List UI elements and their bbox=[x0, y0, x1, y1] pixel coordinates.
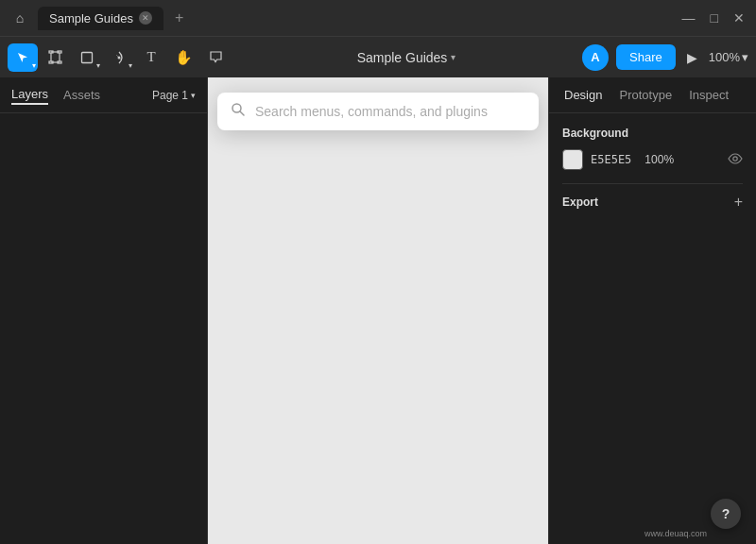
search-input[interactable] bbox=[255, 104, 525, 119]
eye-icon[interactable] bbox=[728, 152, 743, 167]
canvas-background bbox=[208, 77, 548, 544]
watermark: www.deuaq.com bbox=[644, 529, 707, 538]
file-name-chevron: ▾ bbox=[451, 52, 455, 62]
toolbar-right: A Share ▶ 100% ▾ bbox=[582, 44, 748, 71]
file-name-button[interactable]: Sample Guides ▾ bbox=[357, 50, 456, 65]
title-bar: ⌂ Sample Guides ✕ + — □ ✕ bbox=[0, 0, 756, 36]
svg-line-11 bbox=[240, 111, 244, 115]
design-panel-content: Background E5E5E5 100% Export + bbox=[549, 113, 756, 544]
active-tab[interactable]: Sample Guides ✕ bbox=[38, 7, 163, 30]
left-panel-tabs: Layers Assets Page 1 ▾ bbox=[0, 77, 207, 113]
comment-tool-button[interactable] bbox=[200, 43, 231, 72]
svg-rect-8 bbox=[82, 52, 93, 62]
text-tool-button[interactable]: T bbox=[136, 43, 166, 72]
zoom-chevron: ▾ bbox=[742, 50, 748, 64]
play-button[interactable]: ▶ bbox=[683, 46, 701, 69]
tab-layers[interactable]: Layers bbox=[11, 85, 48, 105]
close-window-button[interactable]: ✕ bbox=[731, 8, 747, 27]
tab-inspect[interactable]: Inspect bbox=[681, 84, 736, 106]
tab-assets[interactable]: Assets bbox=[63, 86, 100, 104]
background-hex[interactable]: E5E5E5 bbox=[591, 153, 631, 166]
layers-content bbox=[0, 113, 207, 544]
user-avatar[interactable]: A bbox=[582, 44, 609, 71]
close-tab-button[interactable]: ✕ bbox=[139, 11, 152, 25]
main-content: Layers Assets Page 1 ▾ Design Protot bbox=[0, 77, 756, 544]
background-swatch[interactable] bbox=[562, 149, 583, 170]
file-name-label: Sample Guides bbox=[357, 50, 448, 65]
export-section-title: Export bbox=[562, 196, 598, 209]
hand-tool-button[interactable]: ✋ bbox=[168, 43, 198, 72]
export-add-button[interactable]: + bbox=[734, 194, 743, 211]
canvas-area[interactable] bbox=[208, 77, 548, 544]
help-button[interactable]: ? bbox=[711, 499, 741, 529]
home-icon[interactable]: ⌂ bbox=[9, 8, 30, 28]
page-selector[interactable]: Page 1 ▾ bbox=[152, 89, 196, 102]
tab-name: Sample Guides bbox=[49, 11, 133, 26]
zoom-level: 100% bbox=[709, 50, 740, 64]
search-overlay bbox=[217, 93, 539, 130]
toolbar-center: Sample Guides ▾ bbox=[232, 50, 580, 65]
page-selector-chevron: ▾ bbox=[191, 91, 196, 100]
select-tool-button[interactable] bbox=[8, 43, 38, 72]
export-section: Export + bbox=[562, 194, 743, 211]
minimize-button[interactable]: — bbox=[680, 8, 697, 27]
shape-tool-button[interactable] bbox=[72, 43, 102, 72]
right-panel: Design Prototype Inspect Background E5E5… bbox=[548, 77, 756, 544]
pen-tool-button[interactable] bbox=[104, 43, 134, 72]
left-panel: Layers Assets Page 1 ▾ bbox=[0, 77, 208, 544]
frame-tool-button[interactable] bbox=[40, 43, 70, 72]
share-button[interactable]: Share bbox=[616, 44, 676, 70]
background-opacity[interactable]: 100% bbox=[644, 153, 674, 166]
export-section-header: Export + bbox=[562, 194, 743, 211]
right-panel-tabs: Design Prototype Inspect bbox=[549, 77, 756, 113]
tab-design[interactable]: Design bbox=[557, 84, 610, 106]
export-divider bbox=[562, 183, 743, 184]
svg-point-12 bbox=[733, 157, 737, 161]
background-row: E5E5E5 100% bbox=[562, 149, 743, 170]
tab-prototype[interactable]: Prototype bbox=[611, 84, 679, 106]
background-section-title: Background bbox=[562, 127, 628, 140]
zoom-selector[interactable]: 100% ▾ bbox=[709, 50, 748, 64]
page-selector-label: Page 1 bbox=[152, 89, 188, 102]
maximize-button[interactable]: □ bbox=[709, 8, 720, 27]
background-section-header: Background bbox=[562, 127, 743, 140]
window-controls: — □ ✕ bbox=[680, 8, 747, 27]
toolbar: T ✋ Sample Guides ▾ A Share ▶ 100% ▾ bbox=[0, 36, 756, 77]
add-tab-button[interactable]: + bbox=[171, 8, 187, 28]
search-icon bbox=[231, 102, 246, 121]
